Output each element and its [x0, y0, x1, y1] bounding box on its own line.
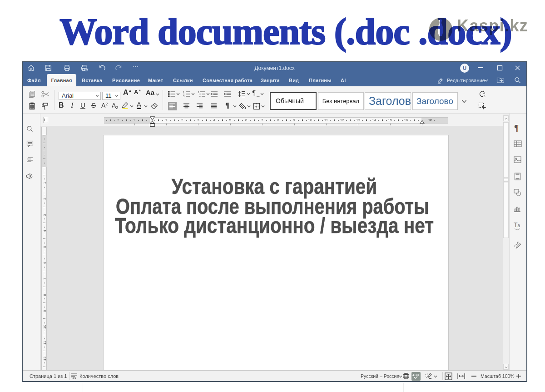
svg-text:1: 1 [198, 91, 199, 94]
svg-text:123: 123 [71, 377, 76, 379]
svg-text:ABC: ABC [412, 373, 419, 377]
svg-text:3: 3 [183, 95, 184, 97]
svg-text:B: B [484, 95, 486, 98]
svg-text:A: A [483, 92, 485, 94]
